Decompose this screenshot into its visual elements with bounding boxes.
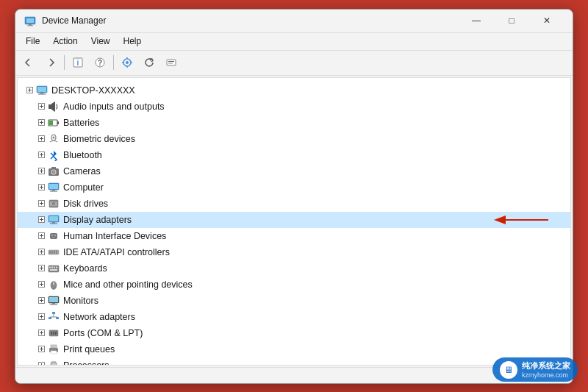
menu-help[interactable]: Help	[118, 35, 148, 48]
svg-rect-102	[49, 297, 58, 302]
expand-icon-proc[interactable]	[35, 360, 47, 366]
expand-icon-monitors[interactable]	[35, 295, 47, 307]
tree-item-printq[interactable]: Print queues	[18, 341, 570, 357]
svg-point-72	[51, 234, 53, 235]
toolbar-separator-1	[64, 55, 65, 70]
svg-rect-126	[51, 351, 57, 354]
svg-point-59	[53, 203, 54, 204]
svg-rect-12	[168, 63, 173, 64]
expand-icon-ports[interactable]	[35, 327, 47, 339]
biometric-label: Biometric devices	[63, 134, 135, 144]
toolbar: i ?	[15, 51, 573, 76]
expand-icon-display[interactable]	[35, 214, 47, 226]
svg-text:?: ?	[98, 59, 102, 67]
expand-icon-ide[interactable]	[35, 246, 47, 258]
expand-icon-bluetooth[interactable]	[35, 149, 47, 161]
svg-rect-19	[38, 93, 46, 94]
expand-icon-hid[interactable]	[35, 230, 47, 242]
window-title: Device Manager	[42, 15, 459, 26]
svg-rect-108	[52, 312, 55, 314]
svg-rect-11	[168, 61, 174, 62]
svg-rect-118	[51, 332, 52, 335]
svg-point-97	[53, 283, 54, 285]
scan-hardware-button[interactable]	[117, 53, 137, 72]
ide-label: IDE ATA/ATAPI controllers	[63, 247, 170, 257]
monitors-icon	[47, 294, 60, 307]
watermark-text: 纯净系统之家 kzmyhome.com	[522, 360, 570, 379]
tree-item-display[interactable]: Display adapters	[18, 212, 570, 228]
svg-text:i: i	[77, 59, 79, 67]
tree-item-monitors[interactable]: Monitors	[18, 293, 570, 309]
expand-icon-cameras[interactable]	[35, 165, 47, 177]
expand-icon-printq[interactable]	[35, 343, 47, 355]
tree-item-bluetooth[interactable]: Bluetooth	[18, 147, 570, 163]
refresh-button[interactable]	[139, 53, 159, 72]
batteries-label: Batteries	[63, 118, 99, 128]
menu-view[interactable]: View	[85, 35, 116, 48]
tree-item-mice[interactable]: Mice and other pointing devices	[18, 277, 570, 293]
computer-label: Computer	[63, 182, 104, 193]
expand-icon-keyboard[interactable]	[35, 263, 47, 274]
svg-rect-52	[50, 190, 57, 191]
expand-icon-disk[interactable]	[35, 198, 47, 210]
disk-label: Disk drives	[63, 199, 108, 209]
tree-item-network[interactable]: Network adapters	[18, 309, 570, 325]
ports-icon	[47, 327, 60, 340]
tree-item-hid[interactable]: Human Interface Devices	[18, 228, 570, 244]
maximize-button[interactable]: □	[495, 9, 528, 32]
svg-rect-23	[49, 104, 51, 109]
watermark-icon: 🖥	[500, 361, 517, 379]
svg-rect-18	[40, 93, 43, 94]
properties-button[interactable]: i	[68, 53, 88, 72]
expand-icon-computer[interactable]	[35, 182, 47, 193]
tree-item-keyboard[interactable]: Keyboards	[18, 260, 570, 277]
tree-item-batteries[interactable]: Batteries	[18, 115, 570, 131]
minimize-button[interactable]: —	[459, 9, 493, 32]
expand-icon-batteries[interactable]	[35, 117, 47, 129]
svg-rect-64	[49, 216, 58, 221]
annotation-arrow	[490, 213, 556, 227]
tree-item-proc[interactable]: Processors	[18, 357, 570, 366]
tree-item-disk[interactable]: Disk drives	[18, 196, 570, 212]
expand-icon-audio[interactable]	[35, 101, 47, 113]
svg-rect-88	[51, 266, 53, 268]
cameras-label: Cameras	[63, 166, 101, 177]
tree-item-cameras[interactable]: Cameras	[18, 163, 570, 179]
menu-file[interactable]: File	[20, 35, 46, 48]
expand-icon-network[interactable]	[35, 311, 47, 323]
svg-rect-104	[50, 304, 57, 304]
svg-rect-91	[50, 269, 57, 271]
menu-action[interactable]: Action	[47, 35, 83, 48]
expand-icon-mice[interactable]	[35, 279, 47, 291]
svg-rect-2	[29, 24, 32, 26]
bluetooth-icon	[47, 149, 60, 162]
svg-rect-51	[52, 190, 55, 191]
status-bar	[15, 367, 573, 383]
device-manager-window: Device Manager — □ ✕ File Action View He…	[15, 9, 573, 384]
back-button[interactable]	[18, 53, 39, 72]
properties2-button[interactable]	[161, 53, 182, 72]
forward-button[interactable]	[40, 53, 61, 72]
display-label: Display adapters	[63, 215, 132, 225]
root-expand-icon[interactable]	[24, 85, 35, 96]
tree-item-computer[interactable]: Computer	[18, 179, 570, 196]
help-button[interactable]: ?	[90, 53, 110, 72]
tree-item-biometric[interactable]: Biometric devices	[18, 131, 570, 147]
network-icon	[47, 310, 60, 324]
svg-rect-132	[51, 363, 56, 366]
svg-point-35	[53, 136, 55, 138]
biometric-icon	[47, 132, 60, 146]
tree-item-ide[interactable]: IDE ATA/ATAPI controllers	[18, 244, 570, 260]
device-tree[interactable]: DESKTOP-XXXXXX Audio inputs and outputsB…	[17, 77, 571, 366]
tree-item-ports[interactable]: Ports (COM & LPT)	[18, 325, 570, 341]
expand-icon-biometric[interactable]	[35, 133, 47, 145]
hid-icon	[47, 229, 60, 243]
printq-icon	[47, 343, 60, 356]
svg-rect-80	[51, 251, 53, 254]
tree-item-audio[interactable]: Audio inputs and outputs	[18, 99, 570, 115]
tree-root-item[interactable]: DESKTOP-XXXXXX	[18, 82, 570, 99]
svg-rect-17	[37, 87, 46, 92]
batteries-icon	[47, 116, 60, 129]
close-button[interactable]: ✕	[530, 9, 564, 32]
audio-icon	[47, 100, 60, 113]
